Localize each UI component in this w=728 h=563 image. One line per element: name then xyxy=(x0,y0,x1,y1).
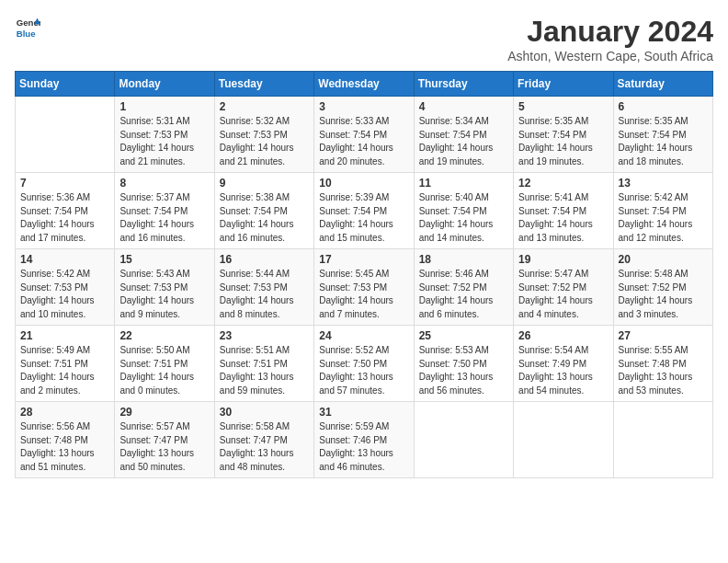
day-info: Sunrise: 5:48 AM Sunset: 7:52 PM Dayligh… xyxy=(619,268,708,321)
day-info: Sunrise: 5:55 AM Sunset: 7:48 PM Dayligh… xyxy=(619,344,708,397)
calendar-cell: 31Sunrise: 5:59 AM Sunset: 7:46 PM Dayli… xyxy=(314,402,414,478)
day-info: Sunrise: 5:58 AM Sunset: 7:47 PM Dayligh… xyxy=(220,420,309,474)
day-info: Sunrise: 5:35 AM Sunset: 7:54 PM Dayligh… xyxy=(619,115,708,168)
calendar-cell: 2Sunrise: 5:32 AM Sunset: 7:53 PM Daylig… xyxy=(214,97,313,173)
svg-text:Blue: Blue xyxy=(17,29,36,39)
day-number: 22 xyxy=(119,329,209,342)
day-of-week-header: Friday xyxy=(514,72,613,97)
logo: General Blue xyxy=(15,15,40,40)
calendar-cell: 16Sunrise: 5:44 AM Sunset: 7:53 PM Dayli… xyxy=(214,249,313,326)
day-info: Sunrise: 5:51 AM Sunset: 7:51 PM Dayligh… xyxy=(220,344,309,397)
calendar-week-row: 14Sunrise: 5:42 AM Sunset: 7:53 PM Dayli… xyxy=(16,249,713,326)
calendar-cell xyxy=(514,402,613,478)
calendar-cell: 21Sunrise: 5:49 AM Sunset: 7:51 PM Dayli… xyxy=(16,326,115,402)
day-number: 28 xyxy=(20,406,109,419)
day-info: Sunrise: 5:54 AM Sunset: 7:49 PM Dayligh… xyxy=(518,344,608,397)
day-info: Sunrise: 5:39 AM Sunset: 7:54 PM Dayligh… xyxy=(319,191,408,245)
day-number: 2 xyxy=(220,100,309,113)
calendar-cell xyxy=(16,97,115,173)
calendar-cell: 28Sunrise: 5:56 AM Sunset: 7:48 PM Dayli… xyxy=(16,402,115,478)
calendar-cell: 8Sunrise: 5:37 AM Sunset: 7:54 PM Daylig… xyxy=(115,173,214,249)
calendar-week-row: 7Sunrise: 5:36 AM Sunset: 7:54 PM Daylig… xyxy=(16,173,713,249)
day-info: Sunrise: 5:53 AM Sunset: 7:50 PM Dayligh… xyxy=(419,344,508,397)
calendar-cell: 20Sunrise: 5:48 AM Sunset: 7:52 PM Dayli… xyxy=(613,249,712,326)
calendar-cell: 22Sunrise: 5:50 AM Sunset: 7:51 PM Dayli… xyxy=(115,326,214,402)
calendar-cell: 9Sunrise: 5:38 AM Sunset: 7:54 PM Daylig… xyxy=(214,173,313,249)
title-block: January 2024 Ashton, Western Cape, South… xyxy=(507,15,713,63)
day-of-week-header: Tuesday xyxy=(214,72,313,97)
day-info: Sunrise: 5:57 AM Sunset: 7:47 PM Dayligh… xyxy=(119,420,209,474)
day-number: 29 xyxy=(119,406,209,419)
day-number: 14 xyxy=(20,253,109,266)
calendar-cell: 17Sunrise: 5:45 AM Sunset: 7:53 PM Dayli… xyxy=(314,249,414,326)
day-number: 19 xyxy=(518,253,608,266)
day-info: Sunrise: 5:38 AM Sunset: 7:54 PM Dayligh… xyxy=(220,191,309,245)
day-number: 20 xyxy=(619,253,708,266)
day-info: Sunrise: 5:35 AM Sunset: 7:54 PM Dayligh… xyxy=(518,115,608,168)
day-number: 31 xyxy=(319,406,408,419)
day-info: Sunrise: 5:50 AM Sunset: 7:51 PM Dayligh… xyxy=(119,344,209,397)
calendar-cell xyxy=(414,402,513,478)
day-number: 8 xyxy=(119,177,209,190)
calendar-cell: 30Sunrise: 5:58 AM Sunset: 7:47 PM Dayli… xyxy=(214,402,313,478)
day-number: 26 xyxy=(518,329,608,342)
day-number: 18 xyxy=(419,253,508,266)
calendar-cell: 25Sunrise: 5:53 AM Sunset: 7:50 PM Dayli… xyxy=(414,326,513,402)
day-info: Sunrise: 5:31 AM Sunset: 7:53 PM Dayligh… xyxy=(119,115,209,168)
day-info: Sunrise: 5:43 AM Sunset: 7:53 PM Dayligh… xyxy=(119,268,209,321)
day-of-week-header: Sunday xyxy=(16,72,115,97)
day-number: 6 xyxy=(619,100,708,113)
day-number: 21 xyxy=(20,329,109,342)
day-of-week-header: Wednesday xyxy=(314,72,414,97)
calendar-title: January 2024 xyxy=(507,15,713,49)
day-of-week-header: Saturday xyxy=(613,72,712,97)
day-info: Sunrise: 5:42 AM Sunset: 7:54 PM Dayligh… xyxy=(619,191,708,245)
calendar-cell: 15Sunrise: 5:43 AM Sunset: 7:53 PM Dayli… xyxy=(115,249,214,326)
day-number: 30 xyxy=(220,406,309,419)
day-number: 7 xyxy=(20,177,109,190)
day-number: 12 xyxy=(518,177,608,190)
calendar-cell: 19Sunrise: 5:47 AM Sunset: 7:52 PM Dayli… xyxy=(514,249,613,326)
day-info: Sunrise: 5:33 AM Sunset: 7:54 PM Dayligh… xyxy=(319,115,408,168)
calendar-week-row: 28Sunrise: 5:56 AM Sunset: 7:48 PM Dayli… xyxy=(16,402,713,478)
day-info: Sunrise: 5:46 AM Sunset: 7:52 PM Dayligh… xyxy=(419,268,508,321)
calendar-cell: 29Sunrise: 5:57 AM Sunset: 7:47 PM Dayli… xyxy=(115,402,214,478)
calendar-week-row: 1Sunrise: 5:31 AM Sunset: 7:53 PM Daylig… xyxy=(16,97,713,173)
day-number: 1 xyxy=(119,100,209,113)
page-header: General Blue January 2024 Ashton, Wester… xyxy=(15,15,713,63)
calendar-cell: 7Sunrise: 5:36 AM Sunset: 7:54 PM Daylig… xyxy=(16,173,115,249)
day-info: Sunrise: 5:37 AM Sunset: 7:54 PM Dayligh… xyxy=(119,191,209,245)
logo-icon: General Blue xyxy=(15,15,40,40)
day-of-week-header: Thursday xyxy=(414,72,513,97)
calendar-header-row: SundayMondayTuesdayWednesdayThursdayFrid… xyxy=(16,72,713,97)
day-number: 13 xyxy=(619,177,708,190)
calendar-subtitle: Ashton, Western Cape, South Africa xyxy=(507,49,713,63)
day-info: Sunrise: 5:45 AM Sunset: 7:53 PM Dayligh… xyxy=(319,268,408,321)
calendar-cell: 23Sunrise: 5:51 AM Sunset: 7:51 PM Dayli… xyxy=(214,326,313,402)
day-info: Sunrise: 5:41 AM Sunset: 7:54 PM Dayligh… xyxy=(518,191,608,245)
calendar-cell: 18Sunrise: 5:46 AM Sunset: 7:52 PM Dayli… xyxy=(414,249,513,326)
day-number: 24 xyxy=(319,329,408,342)
day-number: 27 xyxy=(619,329,708,342)
day-info: Sunrise: 5:32 AM Sunset: 7:53 PM Dayligh… xyxy=(220,115,309,168)
day-number: 23 xyxy=(220,329,309,342)
day-info: Sunrise: 5:36 AM Sunset: 7:54 PM Dayligh… xyxy=(20,191,109,245)
day-info: Sunrise: 5:47 AM Sunset: 7:52 PM Dayligh… xyxy=(518,268,608,321)
day-number: 4 xyxy=(419,100,508,113)
day-number: 9 xyxy=(220,177,309,190)
calendar-table: SundayMondayTuesdayWednesdayThursdayFrid… xyxy=(15,71,713,478)
calendar-cell: 6Sunrise: 5:35 AM Sunset: 7:54 PM Daylig… xyxy=(613,97,712,173)
calendar-cell: 1Sunrise: 5:31 AM Sunset: 7:53 PM Daylig… xyxy=(115,97,214,173)
day-number: 25 xyxy=(419,329,508,342)
day-info: Sunrise: 5:40 AM Sunset: 7:54 PM Dayligh… xyxy=(419,191,508,245)
calendar-cell: 12Sunrise: 5:41 AM Sunset: 7:54 PM Dayli… xyxy=(514,173,613,249)
calendar-cell: 4Sunrise: 5:34 AM Sunset: 7:54 PM Daylig… xyxy=(414,97,513,173)
day-info: Sunrise: 5:42 AM Sunset: 7:53 PM Dayligh… xyxy=(20,268,109,321)
day-number: 3 xyxy=(319,100,408,113)
calendar-cell: 10Sunrise: 5:39 AM Sunset: 7:54 PM Dayli… xyxy=(314,173,414,249)
calendar-cell: 26Sunrise: 5:54 AM Sunset: 7:49 PM Dayli… xyxy=(514,326,613,402)
calendar-cell: 13Sunrise: 5:42 AM Sunset: 7:54 PM Dayli… xyxy=(613,173,712,249)
day-number: 15 xyxy=(119,253,209,266)
day-info: Sunrise: 5:56 AM Sunset: 7:48 PM Dayligh… xyxy=(20,420,109,474)
calendar-cell: 24Sunrise: 5:52 AM Sunset: 7:50 PM Dayli… xyxy=(314,326,414,402)
